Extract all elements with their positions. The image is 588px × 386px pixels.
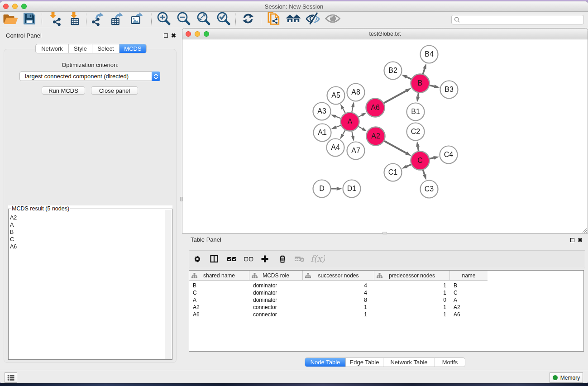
table-row[interactable]: Bdominator41B: [189, 282, 583, 289]
tab-node-table[interactable]: Node Table: [305, 358, 346, 367]
tab-motifs[interactable]: Motifs: [435, 358, 465, 367]
node-label-A7: A7: [351, 147, 360, 154]
svg-text:f(x): f(x): [311, 254, 325, 263]
refresh-layout-button[interactable]: [240, 12, 256, 27]
control-panel-close-button[interactable]: ✖: [171, 33, 176, 38]
edge-A-A2[interactable]: [359, 127, 363, 129]
memory-button[interactable]: Memory: [550, 372, 583, 383]
table-row[interactable]: Cdominator41C: [189, 289, 583, 296]
node-label-D1: D1: [347, 185, 357, 192]
mcds-result-scrollbar[interactable]: [165, 210, 172, 359]
edge-B-B3[interactable]: [430, 86, 434, 86]
edge-A-A1[interactable]: [336, 125, 341, 127]
mcds-result-item[interactable]: A2: [10, 214, 17, 221]
export-network-button[interactable]: [90, 12, 106, 27]
workspace: Control Panel ✖ NetworkStyleSelectMCDS O…: [0, 28, 588, 370]
edge-A6-B[interactable]: [384, 91, 406, 103]
first-neighbors-icon: [285, 10, 301, 29]
zoom-fit-button[interactable]: [195, 12, 211, 27]
column-settings-button[interactable]: [190, 251, 205, 269]
table-cell: B: [450, 282, 488, 289]
mcds-result-item[interactable]: A6: [10, 243, 17, 250]
show-all-button[interactable]: [325, 12, 341, 27]
mcds-result-item[interactable]: B: [10, 229, 17, 236]
zoom-selected-button[interactable]: [215, 12, 231, 27]
tab-style[interactable]: Style: [69, 44, 92, 53]
column-header-MCDS-role[interactable]: MCDS role: [249, 271, 303, 280]
mcds-result-list[interactable]: A2ABCA6: [10, 214, 17, 250]
save-session-button[interactable]: [21, 12, 38, 27]
edge-A-A3[interactable]: [336, 116, 341, 118]
table-row[interactable]: Adominator80A: [189, 296, 583, 304]
edge-B-B4[interactable]: [423, 69, 425, 74]
node-label-A3: A3: [317, 107, 326, 115]
edge-B-B2[interactable]: [406, 77, 411, 79]
zoom-in-button[interactable]: [155, 12, 172, 27]
export-image-button[interactable]: [129, 12, 146, 27]
import-table-button[interactable]: [66, 12, 82, 27]
network-canvas[interactable]: B4B2BB3A5A8A6A3B1AA1C2A2A4A7C4CC1C3DD1: [183, 40, 587, 232]
close-panel-button[interactable]: Close panel: [91, 86, 138, 95]
search-field[interactable]: [451, 15, 584, 24]
select-all-columns-button[interactable]: [225, 251, 239, 269]
table-rows: Bdominator41BCdominator41CAdominator80AA…: [189, 282, 583, 318]
delete-table-button[interactable]: [292, 251, 307, 269]
edge-A-A7[interactable]: [352, 131, 353, 136]
column-header-predecessor-nodes[interactable]: predecessor nodes: [374, 271, 450, 280]
hide-selected-button[interactable]: [305, 12, 321, 27]
new-network-from-selection-button[interactable]: [265, 12, 282, 27]
edge-A-A5[interactable]: [343, 109, 345, 113]
mcds-result-item[interactable]: C: [10, 236, 17, 243]
column-header-shared-name[interactable]: shared name: [189, 271, 249, 280]
task-history-button[interactable]: [5, 372, 17, 383]
table-row[interactable]: A2connector11A2: [189, 304, 583, 311]
toggle-columns-button[interactable]: [207, 251, 221, 269]
tab-network-table[interactable]: Network Table: [383, 358, 435, 367]
delete-column-button[interactable]: [275, 251, 290, 269]
tab-select[interactable]: Select: [92, 44, 120, 53]
node-label-A2: A2: [371, 132, 380, 140]
edge-C-C1[interactable]: [407, 165, 411, 167]
unselect-all-columns-button[interactable]: [241, 251, 256, 269]
edge-arrow-icon: [340, 104, 344, 110]
edge-A-A8[interactable]: [352, 107, 353, 112]
toolbar-separator: [261, 14, 261, 25]
resize-grip-icon[interactable]: [582, 227, 587, 233]
export-table-button[interactable]: [110, 12, 126, 27]
table-panel-float-button[interactable]: [570, 238, 574, 242]
tab-mcds[interactable]: MCDS: [120, 44, 146, 53]
edge-C-C4[interactable]: [430, 158, 434, 159]
edge-B-B1[interactable]: [418, 93, 418, 97]
edge-A-A4[interactable]: [343, 130, 345, 135]
column-header-label: successor nodes: [318, 272, 359, 279]
node-label-A: A: [348, 118, 353, 125]
edge-C-C3[interactable]: [423, 170, 425, 175]
table-cell: connector: [249, 311, 303, 318]
table-panel-close-button[interactable]: ✖: [578, 238, 583, 242]
edge-A2-C[interactable]: [384, 141, 406, 153]
column-header-name[interactable]: name: [450, 271, 488, 280]
table-row[interactable]: A6connector11A6: [189, 311, 583, 318]
edge-A-A6[interactable]: [359, 115, 362, 117]
function-builder-button[interactable]: f(x): [310, 251, 325, 269]
open-session-button[interactable]: [2, 12, 18, 27]
tab-network[interactable]: Network: [36, 44, 69, 53]
mcds-result-item[interactable]: A: [10, 221, 17, 229]
tab-edge-table[interactable]: Edge Table: [346, 358, 383, 367]
run-mcds-button[interactable]: Run MCDS: [42, 86, 85, 95]
import-network-button[interactable]: [47, 12, 63, 27]
column-header-successor-nodes[interactable]: successor nodes: [303, 271, 374, 280]
table-cell: dominator: [249, 296, 303, 304]
column-type-icon: [252, 273, 258, 278]
node-table: shared name MCDS role successor nodes pr…: [189, 270, 584, 352]
delete-column-icon: [278, 254, 287, 265]
first-neighbors-button[interactable]: [285, 12, 301, 27]
criterion-dropdown[interactable]: largest connected component (directed): [19, 71, 160, 81]
node-label-B1: B1: [411, 108, 420, 115]
add-column-button[interactable]: [258, 251, 272, 269]
control-panel-float-button[interactable]: [164, 33, 168, 38]
edge-arrow-icon: [433, 156, 439, 160]
zoom-out-button[interactable]: [175, 12, 191, 27]
vertical-splitter-handle[interactable]: [180, 197, 183, 201]
edge-C-C2[interactable]: [418, 147, 419, 151]
